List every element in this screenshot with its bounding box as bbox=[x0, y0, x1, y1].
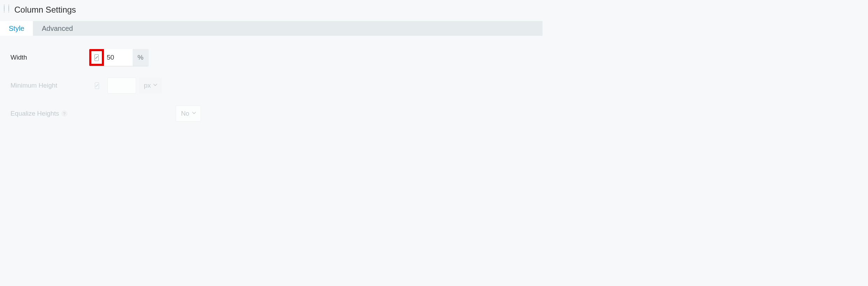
tab-style[interactable]: Style bbox=[0, 21, 33, 36]
field-width: % bbox=[89, 49, 148, 66]
responsive-toggle-button[interactable] bbox=[89, 49, 104, 66]
tab-advanced[interactable]: Advanced bbox=[33, 21, 82, 36]
width-unit-button[interactable]: % bbox=[133, 49, 148, 66]
row-equalize: Equalize Heights ? No bbox=[10, 104, 532, 123]
min-height-unit-button[interactable]: px bbox=[139, 77, 162, 94]
panel-body: Width % Minimum Height bbox=[0, 36, 542, 143]
equalize-select[interactable]: No bbox=[176, 105, 201, 122]
label-width: Width bbox=[10, 54, 89, 61]
width-unit-label: % bbox=[138, 54, 144, 61]
field-equalize: No bbox=[176, 105, 201, 122]
drag-handle-icon[interactable]: ⋮⋮⋮⋮⋮⋮⋮⋮⋮⋮ bbox=[2, 6, 11, 14]
min-height-input[interactable] bbox=[107, 77, 136, 94]
chevron-down-icon bbox=[153, 84, 157, 87]
panel-header: ⋮⋮⋮⋮⋮⋮⋮⋮⋮⋮ Column Settings bbox=[0, 0, 542, 21]
phone-icon bbox=[94, 54, 99, 61]
chevron-down-icon bbox=[192, 112, 196, 115]
column-settings-panel: ⋮⋮⋮⋮⋮⋮⋮⋮⋮⋮ Column Settings Style Advance… bbox=[0, 0, 542, 143]
min-height-unit-label: px bbox=[144, 82, 151, 89]
label-min-height: Minimum Height bbox=[10, 82, 89, 89]
min-height-responsive-toggle[interactable] bbox=[89, 77, 105, 94]
panel-title: Column Settings bbox=[14, 5, 76, 15]
help-icon[interactable]: ? bbox=[61, 110, 68, 117]
width-input[interactable] bbox=[104, 49, 133, 66]
label-equalize: Equalize Heights ? bbox=[10, 110, 89, 117]
row-min-height: Minimum Height px bbox=[10, 76, 532, 95]
field-min-height: px bbox=[89, 77, 162, 94]
tabs: Style Advanced bbox=[0, 21, 542, 36]
phone-icon bbox=[95, 82, 99, 89]
width-input-group: % bbox=[89, 49, 148, 66]
row-width: Width % bbox=[10, 48, 532, 67]
label-equalize-text: Equalize Heights bbox=[10, 110, 59, 117]
equalize-value: No bbox=[181, 110, 189, 117]
